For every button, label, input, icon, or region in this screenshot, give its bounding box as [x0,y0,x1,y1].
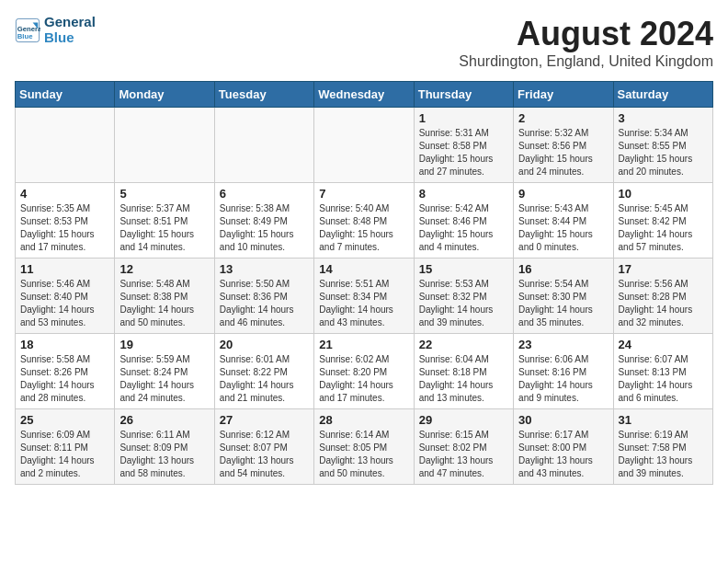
header-cell-monday: Monday [115,82,214,108]
day-cell: 30Sunrise: 6:17 AM Sunset: 8:00 PM Dayli… [514,409,613,485]
day-info: Sunrise: 6:12 AM Sunset: 8:07 PM Dayligh… [220,429,309,480]
day-cell: 25Sunrise: 6:09 AM Sunset: 8:11 PM Dayli… [16,409,115,485]
day-number: 25 [20,413,109,427]
logo-line2: Blue [44,29,74,45]
day-info: Sunrise: 5:35 AM Sunset: 8:53 PM Dayligh… [20,202,109,254]
day-cell: 9Sunrise: 5:43 AM Sunset: 8:44 PM Daylig… [514,183,613,259]
day-cell: 16Sunrise: 5:54 AM Sunset: 8:30 PM Dayli… [514,259,613,334]
day-info: Sunrise: 5:46 AM Sunset: 8:40 PM Dayligh… [20,278,109,329]
day-info: Sunrise: 5:37 AM Sunset: 8:51 PM Dayligh… [119,202,209,254]
day-cell: 6Sunrise: 5:38 AM Sunset: 8:49 PM Daylig… [214,183,313,259]
day-info: Sunrise: 6:02 AM Sunset: 8:20 PM Dayligh… [319,353,408,405]
week-row-0: 1Sunrise: 5:31 AM Sunset: 8:58 PM Daylig… [16,108,713,183]
day-info: Sunrise: 6:09 AM Sunset: 8:11 PM Dayligh… [20,429,109,480]
calendar-body: 1Sunrise: 5:31 AM Sunset: 8:58 PM Daylig… [16,108,713,485]
day-cell [16,108,115,183]
day-info: Sunrise: 6:01 AM Sunset: 8:22 PM Dayligh… [220,353,309,405]
day-number: 29 [419,413,508,427]
calendar-table: SundayMondayTuesdayWednesdayThursdayFrid… [15,81,713,485]
day-info: Sunrise: 6:14 AM Sunset: 8:05 PM Dayligh… [319,429,408,480]
day-info: Sunrise: 6:07 AM Sunset: 8:13 PM Dayligh… [619,353,708,405]
day-cell: 10Sunrise: 5:45 AM Sunset: 8:42 PM Dayli… [613,183,712,259]
day-number: 2 [518,111,608,125]
day-info: Sunrise: 6:04 AM Sunset: 8:18 PM Dayligh… [419,353,508,405]
day-number: 28 [319,413,408,427]
day-info: Sunrise: 5:48 AM Sunset: 8:38 PM Dayligh… [119,278,209,329]
day-info: Sunrise: 6:15 AM Sunset: 8:02 PM Dayligh… [419,429,508,480]
day-cell: 13Sunrise: 5:50 AM Sunset: 8:36 PM Dayli… [214,259,313,334]
week-row-1: 4Sunrise: 5:35 AM Sunset: 8:53 PM Daylig… [16,183,713,259]
day-cell: 21Sunrise: 6:02 AM Sunset: 8:20 PM Dayli… [314,334,414,409]
day-number: 24 [619,338,708,351]
day-number: 8 [419,187,508,201]
day-number: 30 [518,413,608,427]
day-number: 23 [518,338,608,351]
week-row-4: 25Sunrise: 6:09 AM Sunset: 8:11 PM Dayli… [16,409,713,485]
day-cell [314,108,414,183]
day-cell: 12Sunrise: 5:48 AM Sunset: 8:38 PM Dayli… [115,259,214,334]
header-cell-wednesday: Wednesday [314,82,414,108]
title-area: August 2024 Shurdington, England, United… [459,15,713,70]
day-number: 17 [619,262,708,276]
day-info: Sunrise: 5:43 AM Sunset: 8:44 PM Dayligh… [518,202,608,254]
day-info: Sunrise: 6:11 AM Sunset: 8:09 PM Dayligh… [119,429,209,480]
day-info: Sunrise: 5:51 AM Sunset: 8:34 PM Dayligh… [319,278,408,329]
day-cell: 7Sunrise: 5:40 AM Sunset: 8:48 PM Daylig… [314,183,414,259]
month-title: August 2024 [459,15,713,53]
day-cell: 20Sunrise: 6:01 AM Sunset: 8:22 PM Dayli… [214,334,313,409]
location-subtitle: Shurdington, England, United Kingdom [459,53,713,70]
day-info: Sunrise: 6:19 AM Sunset: 7:58 PM Dayligh… [619,429,708,480]
day-cell: 11Sunrise: 5:46 AM Sunset: 8:40 PM Dayli… [16,259,115,334]
header-row: SundayMondayTuesdayWednesdayThursdayFrid… [16,82,713,108]
day-cell: 17Sunrise: 5:56 AM Sunset: 8:28 PM Dayli… [613,259,712,334]
day-number: 22 [419,338,508,351]
day-number: 18 [20,338,109,351]
day-number: 11 [20,262,109,276]
calendar-header: SundayMondayTuesdayWednesdayThursdayFrid… [16,82,713,108]
day-cell: 27Sunrise: 6:12 AM Sunset: 8:07 PM Dayli… [214,409,313,485]
day-cell: 31Sunrise: 6:19 AM Sunset: 7:58 PM Dayli… [613,409,712,485]
header-cell-sunday: Sunday [16,82,115,108]
day-number: 20 [220,338,309,351]
week-row-2: 11Sunrise: 5:46 AM Sunset: 8:40 PM Dayli… [16,259,713,334]
day-info: Sunrise: 5:54 AM Sunset: 8:30 PM Dayligh… [518,278,608,329]
day-info: Sunrise: 5:31 AM Sunset: 8:58 PM Dayligh… [419,127,508,178]
day-cell: 14Sunrise: 5:51 AM Sunset: 8:34 PM Dayli… [314,259,414,334]
day-number: 15 [419,262,508,276]
header: General Blue General Blue August 2024 Sh… [15,15,713,70]
day-info: Sunrise: 5:40 AM Sunset: 8:48 PM Dayligh… [319,202,408,254]
logo-line1: General [44,14,96,29]
day-info: Sunrise: 5:59 AM Sunset: 8:24 PM Dayligh… [119,353,209,405]
day-number: 3 [619,111,708,125]
day-cell: 22Sunrise: 6:04 AM Sunset: 8:18 PM Dayli… [414,334,513,409]
day-cell: 4Sunrise: 5:35 AM Sunset: 8:53 PM Daylig… [16,183,115,259]
svg-text:Blue: Blue [17,32,33,40]
day-cell: 23Sunrise: 6:06 AM Sunset: 8:16 PM Dayli… [514,334,613,409]
day-cell: 26Sunrise: 6:11 AM Sunset: 8:09 PM Dayli… [115,409,214,485]
day-info: Sunrise: 6:17 AM Sunset: 8:00 PM Dayligh… [518,429,608,480]
day-cell: 15Sunrise: 5:53 AM Sunset: 8:32 PM Dayli… [414,259,513,334]
header-cell-saturday: Saturday [613,82,712,108]
day-cell: 29Sunrise: 6:15 AM Sunset: 8:02 PM Dayli… [414,409,513,485]
day-info: Sunrise: 5:50 AM Sunset: 8:36 PM Dayligh… [220,278,309,329]
day-number: 1 [419,111,508,125]
header-cell-thursday: Thursday [414,82,513,108]
logo-icon: General Blue [15,17,40,43]
day-number: 19 [119,338,209,351]
day-number: 26 [119,413,209,427]
day-number: 16 [518,262,608,276]
day-number: 9 [518,187,608,201]
day-info: Sunrise: 5:34 AM Sunset: 8:55 PM Dayligh… [619,127,708,178]
logo-text-area: General Blue [44,15,96,45]
day-number: 4 [20,187,109,201]
day-info: Sunrise: 5:38 AM Sunset: 8:49 PM Dayligh… [220,202,309,254]
day-cell: 5Sunrise: 5:37 AM Sunset: 8:51 PM Daylig… [115,183,214,259]
day-info: Sunrise: 5:42 AM Sunset: 8:46 PM Dayligh… [419,202,508,254]
day-cell: 8Sunrise: 5:42 AM Sunset: 8:46 PM Daylig… [414,183,513,259]
day-number: 6 [220,187,309,201]
day-cell: 18Sunrise: 5:58 AM Sunset: 8:26 PM Dayli… [16,334,115,409]
day-cell [214,108,313,183]
week-row-3: 18Sunrise: 5:58 AM Sunset: 8:26 PM Dayli… [16,334,713,409]
day-info: Sunrise: 5:53 AM Sunset: 8:32 PM Dayligh… [419,278,508,329]
day-number: 27 [220,413,309,427]
